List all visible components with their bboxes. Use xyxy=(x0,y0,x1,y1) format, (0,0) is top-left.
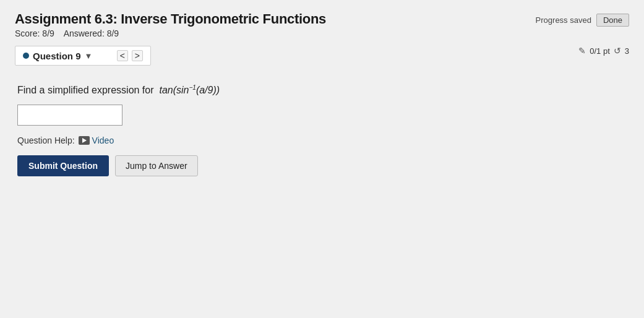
points-text: 0/1 pt xyxy=(590,46,610,56)
score-line: Score: 8/9 Answered: 8/9 xyxy=(15,28,326,38)
next-question-button[interactable]: > xyxy=(132,50,143,61)
edit-icon: ✎ xyxy=(578,46,586,56)
progress-block: Progress saved Done xyxy=(536,14,629,27)
prev-question-button[interactable]: < xyxy=(117,50,128,61)
main-container: Assignment 6.3: Inverse Trigonometric Fu… xyxy=(0,0,644,318)
help-label: Question Help: xyxy=(17,135,75,145)
buttons-row: Submit Question Jump to Answer xyxy=(17,155,629,176)
title-block: Assignment 6.3: Inverse Trigonometric Fu… xyxy=(15,11,326,38)
video-icon xyxy=(79,136,90,145)
assignment-title: Assignment 6.3: Inverse Trigonometric Fu… xyxy=(15,11,326,27)
retry-count: 3 xyxy=(625,46,629,56)
math-expression: tan(sin−1(a/9)) xyxy=(157,85,220,95)
header-section: Assignment 6.3: Inverse Trigonometric Fu… xyxy=(15,11,629,38)
question-dropdown-icon[interactable]: ▼ xyxy=(85,51,93,61)
points-info: ✎ 0/1 pt ↺ 3 xyxy=(578,46,629,56)
retry-icon: ↺ xyxy=(614,46,621,56)
progress-saved-text: Progress saved xyxy=(536,15,591,25)
question-nav-bar: Question 9 ▼ < > xyxy=(15,46,151,66)
question-help: Question Help: Video xyxy=(17,135,629,145)
question-dot xyxy=(23,53,29,59)
video-link[interactable]: Video xyxy=(79,135,114,145)
jump-to-answer-button[interactable]: Jump to Answer xyxy=(115,155,198,176)
instruction-text: Find a simplified expression for xyxy=(17,85,154,95)
video-label: Video xyxy=(92,135,114,145)
question-label-block: Question 9 ▼ xyxy=(23,51,92,61)
nav-arrows: < > xyxy=(117,50,143,61)
question-content: Find a simplified expression for tan(sin… xyxy=(15,84,629,176)
play-triangle-icon xyxy=(82,138,87,143)
submit-question-button[interactable]: Submit Question xyxy=(17,155,109,176)
answer-input[interactable] xyxy=(17,105,122,126)
question-text: Find a simplified expression for tan(sin… xyxy=(17,84,629,96)
done-button[interactable]: Done xyxy=(596,14,629,27)
question-label: Question 9 xyxy=(33,51,81,61)
score-label: Score: 8/9 xyxy=(15,28,54,38)
answered-label: Answered: 8/9 xyxy=(64,28,119,38)
